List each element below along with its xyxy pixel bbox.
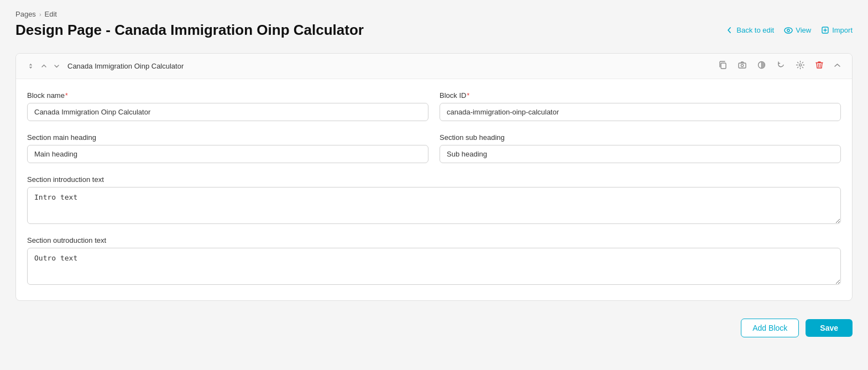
sort-icons bbox=[25, 61, 62, 71]
form-row-block-info: Block name* Block ID* bbox=[27, 91, 841, 121]
card-body: Block name* Block ID* Section main headi… bbox=[16, 79, 852, 300]
form-row-headings: Section main heading Section sub heading bbox=[27, 133, 841, 163]
view-link[interactable]: View bbox=[784, 26, 811, 35]
breadcrumb: Pages › Edit bbox=[15, 10, 853, 18]
block-id-required-star: * bbox=[467, 92, 469, 100]
footer-actions: Add Block Save bbox=[0, 311, 868, 345]
section-outro-textarea[interactable] bbox=[27, 248, 841, 285]
section-sub-heading-group: Section sub heading bbox=[440, 133, 841, 163]
copy-icon[interactable] bbox=[716, 59, 730, 73]
page-title: Design Page - Canada Immigration Oinp Ca… bbox=[15, 22, 364, 39]
block-id-input[interactable] bbox=[440, 103, 841, 121]
block-id-label: Block ID* bbox=[440, 91, 841, 100]
settings-icon[interactable] bbox=[793, 59, 807, 73]
section-main-heading-input[interactable] bbox=[27, 145, 428, 163]
section-main-heading-label: Section main heading bbox=[27, 133, 428, 142]
main-card: Canada Immigration Oinp Calculator bbox=[15, 53, 853, 301]
breadcrumb-chevron-icon: › bbox=[39, 11, 41, 18]
toolbar-left: Canada Immigration Oinp Calculator bbox=[25, 61, 184, 71]
block-name-group: Block name* bbox=[27, 91, 428, 121]
svg-point-5 bbox=[741, 64, 743, 66]
section-outro-label: Section outroduction text bbox=[27, 236, 841, 244]
header-actions: Back to edit View Import bbox=[725, 26, 853, 35]
svg-point-1 bbox=[787, 29, 789, 31]
block-name-input[interactable] bbox=[27, 103, 428, 121]
back-arrow-icon bbox=[725, 26, 734, 34]
toolbar-block-label: Canada Immigration Oinp Calculator bbox=[67, 62, 184, 70]
section-intro-label: Section introduction text bbox=[27, 175, 841, 184]
back-to-edit-link[interactable]: Back to edit bbox=[725, 26, 774, 34]
breadcrumb-edit: Edit bbox=[45, 10, 57, 18]
svg-point-7 bbox=[799, 64, 801, 66]
sort-both-icon[interactable] bbox=[25, 61, 36, 71]
block-id-group: Block ID* bbox=[440, 91, 841, 121]
sort-down-icon[interactable] bbox=[51, 62, 62, 70]
import-link[interactable]: Import bbox=[821, 26, 853, 34]
section-main-heading-group: Section main heading bbox=[27, 133, 428, 163]
import-icon bbox=[821, 26, 829, 34]
section-intro-group: Section introduction text bbox=[27, 175, 841, 224]
save-button[interactable]: Save bbox=[806, 319, 853, 337]
svg-point-0 bbox=[785, 28, 792, 33]
add-block-button[interactable]: Add Block bbox=[741, 319, 799, 337]
svg-rect-3 bbox=[721, 63, 726, 69]
refresh-icon[interactable] bbox=[774, 59, 788, 73]
half-circle-icon[interactable] bbox=[755, 59, 768, 73]
block-name-required-star: * bbox=[65, 92, 68, 100]
card-toolbar: Canada Immigration Oinp Calculator bbox=[16, 54, 852, 79]
section-intro-textarea[interactable] bbox=[27, 187, 841, 224]
camera-icon[interactable] bbox=[735, 59, 749, 73]
import-label: Import bbox=[832, 26, 853, 34]
toolbar-right bbox=[716, 59, 843, 73]
breadcrumb-pages[interactable]: Pages bbox=[15, 10, 36, 18]
back-to-edit-label: Back to edit bbox=[736, 26, 774, 34]
view-label: View bbox=[796, 26, 811, 34]
delete-icon[interactable] bbox=[813, 59, 826, 73]
view-icon bbox=[784, 26, 793, 35]
section-sub-heading-label: Section sub heading bbox=[440, 133, 841, 142]
sort-up-icon[interactable] bbox=[39, 62, 49, 70]
svg-rect-4 bbox=[739, 63, 746, 68]
block-name-label: Block name* bbox=[27, 91, 428, 100]
collapse-icon[interactable] bbox=[832, 60, 843, 72]
section-sub-heading-input[interactable] bbox=[440, 145, 841, 163]
section-outro-group: Section outroduction text bbox=[27, 236, 841, 285]
